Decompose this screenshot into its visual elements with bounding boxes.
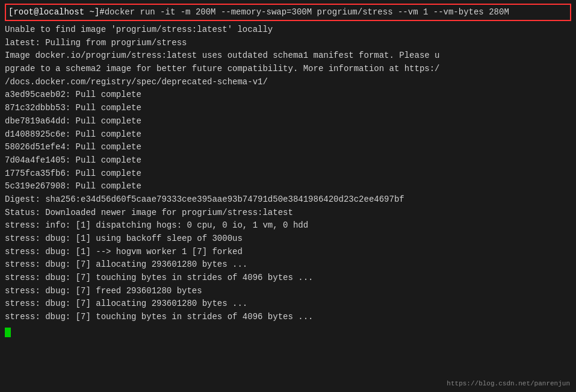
output-line: a3ed95caeb02: Pull complete bbox=[5, 89, 571, 102]
command-text: docker run -it -m 200M --memory-swap=300… bbox=[105, 6, 509, 19]
cursor-block bbox=[5, 328, 11, 337]
output-line: Image docker.io/progrium/stress:latest u… bbox=[5, 49, 571, 63]
cursor-line bbox=[5, 324, 571, 337]
output-line: stress: dbug: [7] touching bytes in stri… bbox=[5, 311, 571, 324]
output-line: Status: Downloaded newer image for progr… bbox=[5, 207, 571, 220]
output-line: d14088925c6e: Pull complete bbox=[5, 128, 571, 142]
output-line: stress: dbug: [7] touching bytes in stri… bbox=[5, 272, 571, 285]
output-line: Unable to find image 'progrium/stress:la… bbox=[5, 23, 571, 37]
output-line: 871c32dbbb53: Pull complete bbox=[5, 102, 571, 115]
output-line: 1775fca35fb6: Pull complete bbox=[5, 167, 571, 181]
prompt-host: localhost bbox=[39, 7, 84, 17]
prompt-user: root bbox=[13, 7, 34, 17]
output-line: stress: dbug: [7] freed 293601280 bytes bbox=[5, 285, 571, 298]
prompt-hash: # bbox=[99, 7, 104, 17]
output-line: pgrade to a schema2 image for better fut… bbox=[5, 63, 571, 76]
output-line: stress: dbug: [1] --> hogvm worker 1 [7]… bbox=[5, 246, 571, 259]
output-line: 58026d51efe4: Pull complete bbox=[5, 141, 571, 154]
watermark: https://blog.csdn.net/panrenjun bbox=[447, 380, 570, 387]
output-line: stress: dbug: [7] allocating 293601280 b… bbox=[5, 258, 571, 272]
output-line: latest: Pulling from progrium/stress bbox=[5, 37, 571, 50]
output-line: stress: info: [1] dispatching hogs: 0 cp… bbox=[5, 219, 571, 232]
command-block: [root@localhost ~]# docker run -it -m 20… bbox=[5, 4, 571, 21]
output-line: 5c319e267908: Pull complete bbox=[5, 180, 571, 193]
output-line: dbe7819a64dd: Pull complete bbox=[5, 115, 571, 128]
prompt-bracket-close: ] bbox=[94, 7, 99, 17]
output-line: /docs.docker.com/registry/spec/deprecate… bbox=[5, 76, 571, 89]
terminal-window: [root@localhost ~]# docker run -it -m 20… bbox=[0, 0, 576, 392]
output-line: stress: dbug: [7] allocating 293601280 b… bbox=[5, 297, 571, 311]
output-line: Digest: sha256:e34d56d60f5caae79333cee39… bbox=[5, 193, 571, 207]
output-line: stress: dbug: [1] using backoff sleep of… bbox=[5, 232, 571, 246]
output-line: 7d04a4fe1405: Pull complete bbox=[5, 154, 571, 167]
terminal-output: Unable to find image 'progrium/stress:la… bbox=[5, 23, 571, 337]
terminal-prompt: [root@localhost ~]# bbox=[8, 6, 105, 19]
prompt-path: ~ bbox=[89, 7, 94, 17]
